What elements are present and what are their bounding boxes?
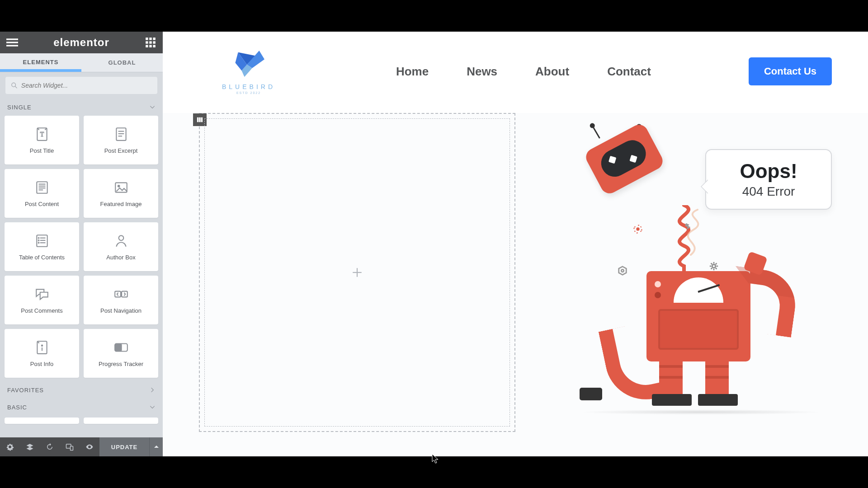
- navigator-button[interactable]: [20, 437, 40, 456]
- widget-card-peek[interactable]: [5, 418, 79, 424]
- svg-rect-43: [71, 446, 73, 450]
- add-widget-dropzone[interactable]: [204, 118, 510, 427]
- svg-line-61: [716, 263, 717, 265]
- widget-author-box[interactable]: Author Box: [84, 222, 158, 271]
- gear-icon: [709, 261, 719, 271]
- sidebar-topbar: elementor: [0, 32, 163, 53]
- brand-sub: ESTD 2022: [236, 91, 261, 94]
- contact-us-button[interactable]: Contact Us: [749, 57, 832, 85]
- svg-point-26: [118, 185, 120, 187]
- error-subtitle: 404 Error: [718, 184, 819, 199]
- nav-news[interactable]: News: [467, 65, 497, 79]
- columns-icon: [197, 117, 203, 123]
- responsive-button[interactable]: [60, 437, 80, 456]
- widget-label: Post Navigation: [100, 307, 142, 314]
- svg-line-60: [711, 268, 712, 269]
- empty-section[interactable]: [199, 113, 515, 432]
- nav-about[interactable]: About: [535, 65, 569, 79]
- svg-point-32: [38, 239, 39, 241]
- author-box-icon: [113, 233, 129, 249]
- robot-hand-left: [580, 388, 602, 400]
- widget-scroll-area[interactable]: SINGLE T Post Title Post Excerpt Post Co…: [0, 99, 163, 437]
- speech-bubble: Oops! 404 Error: [705, 149, 832, 210]
- widget-post-info[interactable]: Post Info: [5, 329, 79, 378]
- elementor-logo: elementor: [53, 36, 109, 49]
- svg-rect-8: [153, 41, 155, 43]
- svg-rect-35: [115, 291, 121, 297]
- tab-elements[interactable]: ELEMENTS: [0, 53, 81, 72]
- chevron-down-icon: [149, 104, 156, 110]
- settings-button[interactable]: [0, 437, 20, 456]
- page-body: Oops! 404 Error: [163, 113, 868, 456]
- post-comments-icon: [34, 286, 50, 302]
- site-brand[interactable]: BLUEBIRD ESTD 2022: [199, 49, 298, 94]
- apps-grid-icon[interactable]: [145, 37, 156, 48]
- widget-post-comments[interactable]: Post Comments: [5, 276, 79, 324]
- robot-antenna: [593, 127, 600, 139]
- accordion-favorites[interactable]: FAVORITES: [5, 381, 158, 399]
- svg-rect-36: [122, 291, 127, 297]
- tab-global[interactable]: GLOBAL: [81, 53, 163, 72]
- widget-post-navigation[interactable]: Post Navigation: [84, 276, 158, 324]
- widget-table-of-contents[interactable]: Table of Contents: [5, 222, 79, 271]
- svg-rect-7: [149, 41, 151, 43]
- svg-point-63: [621, 269, 624, 272]
- svg-rect-1: [6, 42, 18, 43]
- nut-icon: [618, 266, 627, 276]
- chevron-down-icon: [149, 404, 156, 410]
- post-content-icon: [34, 180, 50, 195]
- svg-line-59: [716, 268, 717, 269]
- svg-marker-62: [619, 267, 627, 275]
- gear-icon: [6, 443, 14, 451]
- svg-line-13: [15, 86, 17, 88]
- gear-icon: [633, 224, 643, 234]
- svg-text:T: T: [40, 131, 44, 138]
- brand-name: BLUEBIRD: [222, 83, 275, 90]
- widget-label: Post Content: [25, 201, 59, 207]
- accordion-basic[interactable]: BASIC: [5, 399, 158, 416]
- responsive-icon: [66, 443, 74, 451]
- svg-rect-0: [6, 38, 18, 40]
- caret-up-icon: [154, 445, 159, 449]
- plus-icon: [351, 267, 363, 278]
- svg-rect-10: [149, 45, 151, 47]
- error-title: Oops!: [718, 160, 819, 183]
- site-header: BLUEBIRD ESTD 2022 Home News About Conta…: [163, 32, 868, 111]
- nav-home[interactable]: Home: [396, 65, 429, 79]
- robot-spring: [659, 205, 709, 277]
- widget-search: [0, 72, 163, 99]
- accordion-label: BASIC: [7, 404, 27, 411]
- update-button-group: UPDATE: [99, 437, 163, 456]
- editor-sidebar: elementor ELEMENTS GLOBAL SINGLE: [0, 32, 163, 456]
- widget-post-content[interactable]: Post Content: [5, 169, 79, 218]
- widget-grid: T Post Title Post Excerpt Post Content F…: [5, 116, 158, 378]
- nav-contact[interactable]: Contact: [607, 65, 651, 79]
- history-button[interactable]: [40, 437, 60, 456]
- preview-canvas: BLUEBIRD ESTD 2022 Home News About Conta…: [163, 32, 868, 456]
- widget-label: Post Excerpt: [104, 147, 138, 154]
- accordion-single[interactable]: SINGLE: [5, 99, 158, 116]
- widget-post-excerpt[interactable]: Post Excerpt: [84, 116, 158, 164]
- sidebar-bottom-bar: UPDATE: [0, 437, 163, 456]
- svg-point-31: [38, 237, 39, 239]
- widget-card-peek[interactable]: [84, 418, 158, 424]
- bolt-icon: [683, 221, 693, 231]
- update-caret-button[interactable]: [149, 437, 163, 456]
- widget-progress-tracker[interactable]: Progress Tracker: [84, 329, 158, 378]
- svg-rect-41: [115, 343, 122, 351]
- post-navigation-icon: [113, 286, 129, 302]
- widget-label: Featured Image: [100, 201, 142, 207]
- hamburger-menu-icon[interactable]: [6, 37, 18, 48]
- panel-tabs: ELEMENTS GLOBAL: [0, 53, 163, 72]
- robot-leg: [659, 356, 683, 397]
- toc-icon: [34, 233, 50, 249]
- robot-leg: [705, 356, 729, 397]
- robot-arm-right: [742, 268, 800, 338]
- search-input[interactable]: [21, 82, 152, 89]
- widget-featured-image[interactable]: Featured Image: [84, 169, 158, 218]
- svg-point-38: [41, 345, 42, 346]
- widget-post-title[interactable]: T Post Title: [5, 116, 79, 164]
- svg-line-58: [711, 263, 712, 265]
- update-button[interactable]: UPDATE: [99, 437, 149, 456]
- preview-button[interactable]: [80, 437, 99, 456]
